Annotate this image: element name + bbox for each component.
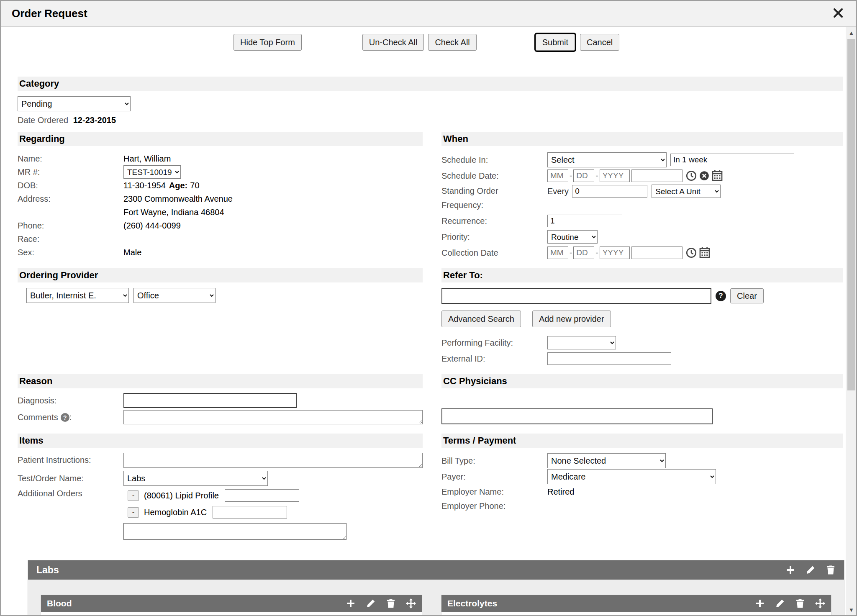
- patient-dob: 11-30-1954: [123, 181, 166, 190]
- collection-date-dd-input[interactable]: [573, 246, 594, 259]
- hide-top-form-button[interactable]: Hide Top Form: [233, 34, 302, 51]
- items-section: Items Patient Instructions: Test/Order N…: [18, 434, 423, 542]
- additional-orders-label: Additional Orders: [18, 489, 123, 498]
- refer-to-input[interactable]: [441, 288, 711, 304]
- check-all-button[interactable]: Check All: [428, 34, 476, 51]
- refer-to-help-icon[interactable]: ?: [716, 291, 726, 301]
- edit-icon[interactable]: [366, 598, 376, 608]
- collection-date-yyyy-input[interactable]: [600, 246, 630, 259]
- delete-icon[interactable]: [826, 565, 836, 575]
- delete-icon[interactable]: [795, 598, 805, 608]
- scrollbar-thumb[interactable]: [847, 39, 855, 390]
- move-icon[interactable]: [406, 598, 416, 608]
- labs-panel-header: Labs: [28, 560, 844, 580]
- every-input[interactable]: [572, 185, 647, 198]
- unit-select[interactable]: Select A Unit: [652, 185, 721, 198]
- patient-instructions-textarea[interactable]: [123, 453, 423, 468]
- move-icon[interactable]: [815, 598, 825, 608]
- ordering-provider-section: Ordering Provider Butler, Internist E. O…: [18, 268, 423, 367]
- address-line2: Fort Wayne, Indiana 46804: [123, 205, 233, 219]
- schedule-date-mm-input[interactable]: [547, 169, 568, 182]
- bill-type-label: Bill Type:: [441, 456, 547, 466]
- lab-group-blood: Blood ANA: [41, 595, 422, 615]
- scrollbar-up-button[interactable]: ▲: [846, 27, 857, 38]
- when-section-header: When: [441, 132, 843, 146]
- schedule-date-yyyy-input[interactable]: [600, 169, 630, 182]
- test-order-name-select[interactable]: Labs: [123, 471, 268, 486]
- submit-button[interactable]: Submit: [536, 34, 575, 51]
- employer-name-label: Employer Name:: [441, 487, 547, 497]
- group-header: Blood: [41, 595, 422, 612]
- performing-facility-select[interactable]: [547, 336, 616, 349]
- date-ordered-value: 12-23-2015: [73, 116, 116, 125]
- clear-date-icon[interactable]: [699, 171, 709, 181]
- regarding-section-header: Regarding: [18, 132, 423, 146]
- add-icon[interactable]: [346, 598, 356, 608]
- close-button[interactable]: [831, 7, 845, 21]
- external-id-input[interactable]: [547, 352, 671, 365]
- dob-label: DOB:: [18, 181, 123, 190]
- mr-number-select[interactable]: TEST-10019: [123, 165, 181, 179]
- collection-calendar-icon[interactable]: [699, 247, 710, 258]
- delete-icon[interactable]: [386, 598, 396, 608]
- add-icon[interactable]: [785, 565, 795, 575]
- comments-textarea[interactable]: [123, 410, 423, 424]
- add-new-provider-button[interactable]: Add new provider: [532, 311, 611, 327]
- collection-date-mm-input[interactable]: [547, 246, 568, 259]
- employer-phone-label: Employer Phone:: [441, 501, 547, 511]
- clear-refer-button[interactable]: Clear: [730, 288, 764, 303]
- additional-order-row: - Hemoglobin A1C: [123, 504, 346, 521]
- lab-group-electrolytes: Electrolytes Chloride: [441, 595, 831, 615]
- schedule-date-dd-input[interactable]: [573, 169, 594, 182]
- schedule-in-select[interactable]: Select: [547, 152, 667, 167]
- order-name: (80061) Lipid Profile: [144, 491, 219, 501]
- bill-type-select[interactable]: None Selected: [547, 453, 666, 468]
- cc-physicians-section: CC Physicians: [441, 374, 843, 426]
- mr-label: MR #:: [18, 167, 123, 177]
- category-select[interactable]: Pending: [18, 96, 131, 111]
- diagnosis-input[interactable]: [123, 393, 297, 408]
- cc-physicians-input[interactable]: [441, 408, 713, 424]
- add-icon[interactable]: [755, 598, 765, 608]
- comments-help-icon[interactable]: ?: [61, 413, 69, 422]
- calendar-icon[interactable]: [712, 170, 723, 181]
- name-label: Name:: [18, 154, 123, 164]
- age-label: Age:: [169, 181, 187, 190]
- collection-date-label: Collection Date: [441, 248, 547, 258]
- refer-to-section: Refer To: ? Clear Advanced Search Add ne…: [441, 268, 843, 367]
- remove-order-button[interactable]: -: [128, 490, 139, 501]
- order-value-input[interactable]: [225, 489, 299, 502]
- scrollbar-down-button[interactable]: ▼: [846, 604, 857, 615]
- schedule-time-input[interactable]: [631, 169, 683, 182]
- reason-section: Reason Diagnosis: Comments ? :: [18, 374, 423, 426]
- standing-order-label: Standing Order: [441, 184, 547, 198]
- additional-orders-textarea[interactable]: [123, 523, 346, 540]
- schedule-date-label: Schedule Date:: [441, 171, 547, 181]
- remove-order-button[interactable]: -: [128, 507, 139, 518]
- priority-select[interactable]: Routine: [547, 230, 598, 244]
- refer-to-section-header: Refer To:: [441, 268, 843, 282]
- schedule-in-text-input[interactable]: [670, 154, 794, 166]
- clock-icon[interactable]: [686, 170, 697, 181]
- cancel-button[interactable]: Cancel: [580, 34, 619, 51]
- provider-location-select[interactable]: Office: [133, 288, 216, 303]
- edit-icon[interactable]: [775, 598, 785, 608]
- collection-time-input[interactable]: [631, 246, 683, 259]
- collection-clock-icon[interactable]: [686, 247, 697, 258]
- priority-label: Priority:: [441, 232, 547, 242]
- order-value-input[interactable]: [213, 506, 287, 518]
- recurrence-input[interactable]: [547, 215, 622, 227]
- advanced-search-button[interactable]: Advanced Search: [441, 311, 521, 327]
- sex-label: Sex:: [18, 248, 123, 257]
- labs-panel-title: Labs: [36, 565, 59, 576]
- edit-icon[interactable]: [806, 565, 816, 575]
- reason-section-header: Reason: [18, 374, 423, 388]
- payer-select[interactable]: Medicare: [547, 469, 716, 484]
- test-row: ANA: [41, 612, 422, 615]
- terms-payment-section: Terms / Payment Bill Type: None Selected…: [441, 434, 843, 542]
- ordering-provider-select[interactable]: Butler, Internist E.: [26, 288, 129, 303]
- cc-physicians-section-header: CC Physicians: [441, 374, 843, 388]
- uncheck-all-button[interactable]: Un-Check All: [362, 34, 424, 51]
- vertical-scrollbar[interactable]: ▲ ▼: [846, 27, 856, 615]
- close-icon: [833, 8, 844, 18]
